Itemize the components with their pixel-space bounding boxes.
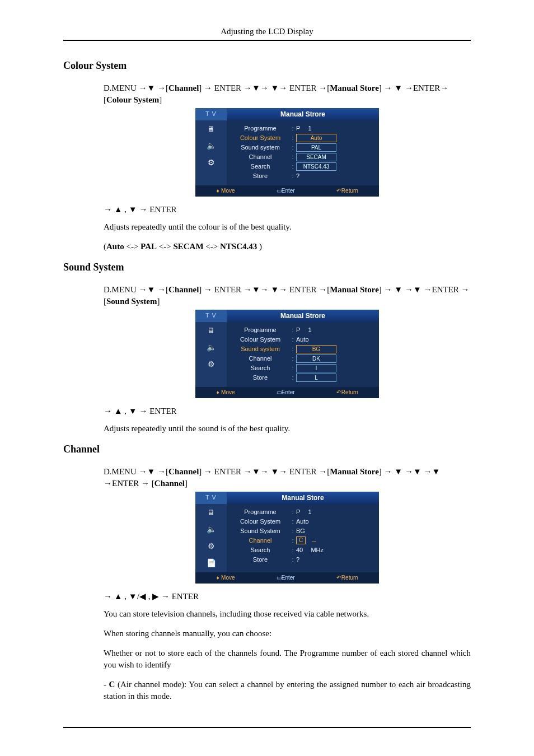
osd-tv-label: T V — [195, 492, 227, 504]
down-arrow-icon: ▼ — [413, 466, 421, 476]
nav-sequence-colour-system: D.MENU →▼ →[Channel] → ENTER →▼→ ▼→ ENTE… — [104, 82, 471, 106]
down-arrow-icon: ▼ — [413, 284, 421, 294]
down-arrow-icon: ▼ — [252, 83, 260, 92]
osd-title: Manual Store — [227, 492, 379, 504]
osd-tv-label: T V — [195, 310, 227, 322]
down-arrow-icon: ▼ — [394, 83, 402, 92]
speaker-icon: 🔈 — [204, 141, 218, 152]
osd-sidebar: 🖥 🔈 ⚙ — [195, 322, 227, 387]
heading-sound-system: Sound System — [63, 262, 471, 273]
nav-sequence-sound-system: D.MENU →▼ →[Channel] → ENTER →▼→ ▼→ ENTE… — [104, 283, 471, 307]
monitor-icon: 🖥 — [204, 325, 218, 337]
options-line: (Auto <-> PAL <-> SECAM <-> NTSC4.43 ) — [104, 241, 471, 253]
osd-screenshot-sound-system: T V Manual Strore 🖥 🔈 ⚙ Programme:P 1 Co… — [195, 310, 379, 398]
up-arrow-icon: ▲ — [114, 591, 123, 601]
up-arrow-icon: ▲ — [114, 204, 123, 214]
down-arrow-icon: ▼ — [129, 406, 137, 416]
channel-para-3: Whether or not to store each of the chan… — [104, 647, 471, 671]
speaker-icon: 🔈 — [204, 342, 218, 353]
top-rule — [63, 40, 471, 41]
gear-icon: ⚙ — [204, 359, 218, 370]
left-arrow-icon: ◀ — [139, 591, 146, 601]
gear-icon: ⚙ — [204, 541, 218, 552]
down-arrow-icon: ▼ — [252, 284, 260, 294]
down-arrow-icon: ▼ — [147, 466, 156, 476]
right-arrow-icon: ▶ — [152, 591, 159, 601]
down-arrow-icon: ▼ — [147, 284, 156, 294]
monitor-icon: 🖥 — [204, 507, 218, 519]
osd-sidebar: 🖥 🔈 ⚙ 📄 — [195, 504, 227, 572]
channel-para-2: When storing channels manually, you can … — [104, 628, 471, 640]
down-arrow-icon: ▼ — [270, 284, 279, 294]
gear-icon: ⚙ — [204, 157, 218, 169]
nav-keys-line: → ▲ , ▼ → ENTER — [104, 405, 471, 417]
channel-para-1: You can store television channels, inclu… — [104, 608, 471, 620]
down-arrow-icon: ▼ — [432, 466, 441, 476]
down-arrow-icon: ▼ — [270, 83, 279, 92]
nav-keys-line: → ▲ , ▼/◀ , ▶ → ENTER — [104, 590, 471, 603]
osd-screenshot-colour-system: T V Manual Strore 🖥 🔈 ⚙ Programme:P 1 Co… — [195, 108, 379, 197]
down-arrow-icon: ▼ — [147, 83, 156, 92]
down-arrow-icon: ▼ — [129, 204, 137, 214]
osd-title: Manual Strore — [227, 108, 379, 120]
page-icon: 📄 — [204, 558, 218, 569]
nav-sequence-channel: D.MENU →▼ →[Channel] → ENTER →▼→ ▼→ ENTE… — [104, 465, 471, 489]
down-arrow-icon: ▼ — [129, 591, 137, 601]
heading-colour-system: Colour System — [63, 60, 471, 72]
desc-colour-system: Adjusts repeatedly until the colour is o… — [104, 221, 471, 233]
osd-title: Manual Strore — [227, 310, 379, 322]
up-arrow-icon: ▲ — [114, 406, 123, 416]
osd-footer: ♦Move ▭Enter ↶Return — [195, 185, 379, 197]
osd-tv-label: T V — [195, 108, 227, 120]
osd-footer: ♦Move ▭Enter ↶Return — [195, 387, 379, 398]
osd-sidebar: 🖥 🔈 ⚙ — [195, 120, 227, 185]
desc-sound-system: Adjusts repeatedly until the sound is of… — [104, 423, 471, 435]
down-arrow-icon: ▼ — [394, 466, 402, 476]
osd-footer: ♦Move ▭Enter ↶Return — [195, 572, 379, 584]
down-arrow-icon: ▼ — [252, 466, 260, 476]
nav-keys-line: → ▲ , ▼ → ENTER — [104, 203, 471, 216]
running-head: Adjusting the LCD Display — [63, 27, 471, 36]
channel-para-4: - C (Air channel mode): You can select a… — [104, 679, 471, 702]
down-arrow-icon: ▼ — [270, 466, 279, 476]
osd-screenshot-channel: T V Manual Store 🖥 🔈 ⚙ 📄 Programme:P 1 C… — [195, 492, 379, 584]
down-arrow-icon: ▼ — [394, 284, 402, 294]
monitor-icon: 🖥 — [204, 124, 218, 135]
bottom-rule — [63, 727, 471, 728]
speaker-icon: 🔈 — [204, 524, 218, 535]
heading-channel: Channel — [63, 444, 471, 455]
